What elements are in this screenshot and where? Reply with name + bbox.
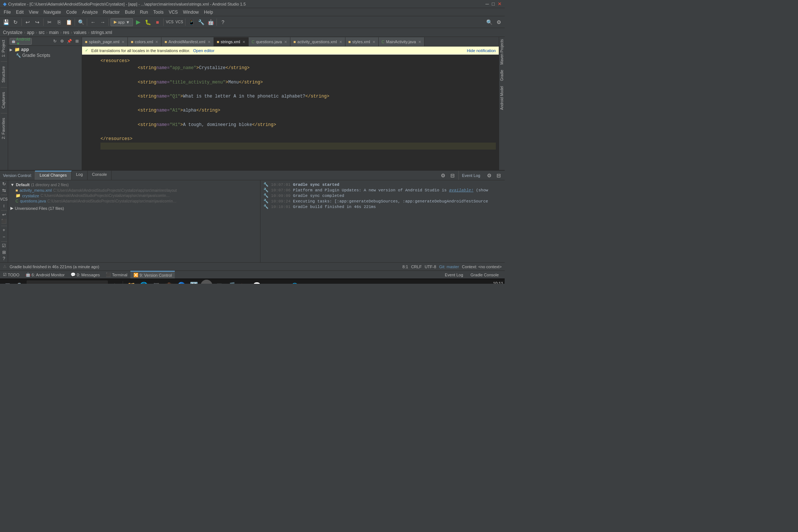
- vc-delete-btn[interactable]: −: [1, 234, 7, 240]
- open-editor-link[interactable]: Open editor: [193, 48, 214, 53]
- tab-splash-page-xml[interactable]: ■ splash_page.xml ✕: [82, 37, 128, 46]
- todo-btn[interactable]: ☑ TODO: [0, 271, 23, 279]
- menu-tools[interactable]: Tools: [151, 9, 166, 16]
- excel-btn[interactable]: X: [263, 280, 275, 284]
- event-minimize-btn[interactable]: ⊟: [494, 171, 503, 180]
- toolbar-settings-btn[interactable]: ⚙: [494, 18, 503, 27]
- tab-close-actq[interactable]: ✕: [339, 40, 342, 44]
- run-config-btn[interactable]: ▶ app ▼: [110, 18, 133, 26]
- windows-start-btn[interactable]: ⊞: [1, 280, 13, 284]
- mail-btn[interactable]: ✉: [213, 280, 225, 284]
- app5-btn[interactable]: 💼: [163, 280, 175, 284]
- toolbar-help-btn[interactable]: ?: [218, 18, 227, 27]
- tab-styles-xml[interactable]: ■ styles.xml ✕: [345, 37, 379, 46]
- tab-close-strings[interactable]: ✕: [242, 40, 245, 44]
- hide-link[interactable]: Hide notification: [467, 48, 496, 53]
- tab-androidmanifest-xml[interactable]: ■ AndroidManifest.xml ✕: [161, 37, 214, 46]
- maximize-button[interactable]: □: [492, 1, 495, 7]
- vc-refresh-btn[interactable]: ↻: [1, 181, 7, 187]
- steam-btn[interactable]: 🎮: [150, 280, 162, 284]
- toolbar-copy-btn[interactable]: ⎘: [55, 18, 64, 27]
- favorites-tab[interactable]: 2: Favorites: [0, 115, 8, 142]
- toolbar-cut-btn[interactable]: ✂: [45, 18, 54, 27]
- menu-help[interactable]: Help: [202, 9, 215, 16]
- file-explorer-btn[interactable]: 📁: [125, 280, 137, 284]
- toolbar-back-btn[interactable]: ←: [89, 18, 98, 27]
- toolbar-sdk-btn[interactable]: 🔧: [197, 18, 205, 27]
- menu-navigate[interactable]: Navigate: [41, 9, 63, 16]
- messages-btn[interactable]: 💬 0: Messages: [68, 271, 103, 279]
- bc-main[interactable]: main: [49, 30, 59, 35]
- title-controls[interactable]: ─ □ ✕: [485, 1, 502, 7]
- toolbar-avd-btn[interactable]: 📱: [187, 18, 196, 27]
- tab-close-splash[interactable]: ✕: [122, 40, 125, 44]
- cortana-search[interactable]: [27, 280, 108, 284]
- vc-diff-btn[interactable]: ⇆: [1, 188, 7, 194]
- log-tab[interactable]: Log: [72, 171, 88, 180]
- tab-close-colors[interactable]: ✕: [155, 40, 158, 44]
- vc-add-btn[interactable]: +: [1, 228, 7, 233]
- android-monitor-btn[interactable]: 🤖 6: Android Monitor: [23, 271, 68, 279]
- console-tab[interactable]: Console: [88, 171, 112, 180]
- event-log-btn[interactable]: Event Log: [442, 273, 466, 277]
- minimize-button[interactable]: ─: [485, 1, 489, 7]
- app12-btn[interactable]: 💬: [251, 280, 263, 284]
- app6-btn[interactable]: 🔵: [175, 280, 187, 284]
- tab-strings-xml[interactable]: ■ strings.xml ✕: [214, 37, 249, 46]
- structure-tab[interactable]: Structure: [0, 63, 8, 86]
- event-link-2[interactable]: available!: [449, 188, 474, 192]
- tab-questions-java[interactable]: C questions.java ✕: [249, 37, 290, 46]
- close-button[interactable]: ✕: [498, 1, 502, 7]
- tab-colors-xml[interactable]: ■ colors.xml ✕: [128, 37, 161, 46]
- vc-minimize-btn[interactable]: ⊟: [448, 171, 457, 180]
- event-settings-btn[interactable]: ⚙: [485, 171, 494, 180]
- maven-projects-tab[interactable]: Maven Projects: [499, 37, 505, 67]
- terminal-btn[interactable]: ⬛ Terminal: [103, 271, 130, 279]
- vc-check-btn[interactable]: ☑: [1, 243, 7, 249]
- menu-run[interactable]: Run: [138, 9, 150, 16]
- app8-btn[interactable]: A: [201, 280, 212, 284]
- menu-analyze[interactable]: Analyze: [80, 9, 100, 16]
- vc-file-activity-menu[interactable]: ■ activity_menu.xml C:\Users\Adamski\And…: [10, 188, 259, 193]
- menu-vcs[interactable]: VCS: [167, 9, 180, 16]
- toolbar-undo-btn[interactable]: ↩: [23, 18, 32, 27]
- taskview-btn[interactable]: ⬡: [109, 280, 120, 284]
- vc-expand-btn[interactable]: ⊞: [1, 249, 7, 255]
- menu-file[interactable]: File: [1, 9, 13, 16]
- bc-src[interactable]: src: [39, 30, 45, 35]
- tab-mainactivity-java[interactable]: C MainActivity.java ✕: [379, 37, 424, 46]
- stop-btn[interactable]: ■: [153, 18, 162, 27]
- toolbar-search-everywhere[interactable]: 🔍: [485, 18, 494, 27]
- toolbar-sync-btn[interactable]: ↻: [11, 18, 20, 27]
- menu-view[interactable]: View: [27, 9, 41, 16]
- vc-settings-btn[interactable]: ⚙: [439, 171, 447, 180]
- calculator-btn[interactable]: 🔢: [188, 280, 200, 284]
- toolbar-vcs-btn[interactable]: VCS: [175, 18, 184, 27]
- vc-sort-btn[interactable]: ↕: [1, 203, 7, 209]
- project-pin-btn[interactable]: 📌: [66, 38, 73, 45]
- android-model-tab[interactable]: Android Model: [499, 84, 505, 112]
- run-btn[interactable]: ▶: [134, 18, 143, 27]
- app11-btn[interactable]: ▶: [238, 280, 250, 284]
- toolbar-paste-btn[interactable]: 📋: [64, 18, 73, 27]
- vcs-icon[interactable]: VCS: [1, 197, 7, 202]
- project-expand-btn[interactable]: ⊞: [74, 38, 80, 45]
- vc-help-btn[interactable]: ?: [1, 256, 7, 262]
- bc-crystalize[interactable]: Crystalize: [3, 30, 23, 35]
- local-changes-tab[interactable]: Local Changes: [35, 171, 71, 180]
- project-sync-btn[interactable]: ↻: [51, 38, 58, 45]
- spotify-btn[interactable]: 🎵: [226, 280, 238, 284]
- vc-show-diff-btn[interactable]: ⬛: [1, 218, 7, 224]
- chrome-btn[interactable]: C: [301, 280, 313, 284]
- project-android-btn[interactable]: 🤖 Android ▼: [10, 38, 32, 45]
- captures-tab[interactable]: Captures: [0, 89, 8, 112]
- tree-item-app[interactable]: ▶ 📁 app: [9, 47, 81, 52]
- tree-item-gradle[interactable]: 🔧 Gradle Scripts: [9, 52, 81, 58]
- tab-close-manifest[interactable]: ✕: [208, 40, 211, 44]
- menu-edit[interactable]: Edit: [14, 9, 26, 16]
- tab-close-main[interactable]: ✕: [418, 40, 421, 44]
- editor-content[interactable]: <resources> <string name="app_name">Crys…: [82, 55, 499, 170]
- version-control-btn[interactable]: 🔀 9: Version Control: [130, 271, 175, 279]
- bc-stringsxml[interactable]: strings.xml: [91, 30, 112, 35]
- edge-btn[interactable]: 🌐: [138, 280, 150, 284]
